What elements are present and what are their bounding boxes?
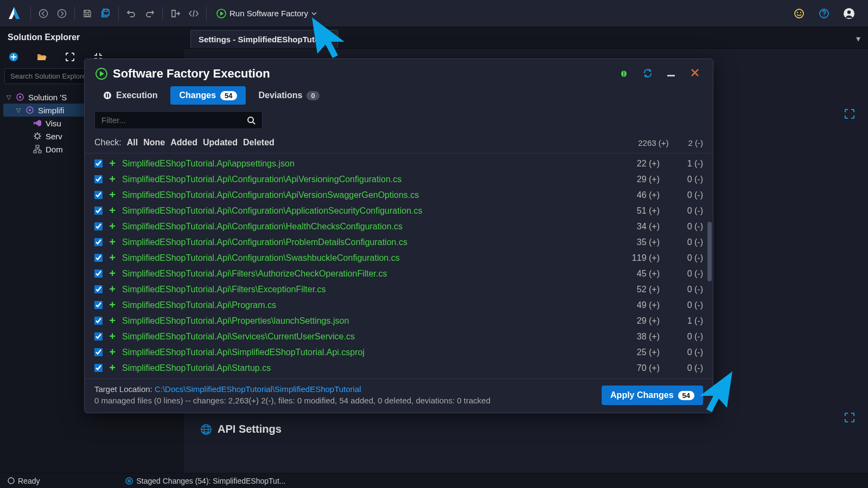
check-updated[interactable]: Updated [203,138,238,147]
file-checkbox[interactable] [94,364,103,372]
bug-icon[interactable] [618,68,630,80]
file-path[interactable]: SimplifiedEShopTutorial.Api\Properties\l… [122,316,349,326]
check-added[interactable]: Added [170,138,197,147]
minimize-icon[interactable] [666,68,678,80]
file-path[interactable]: SimplifiedEShopTutorial.Api\Configuratio… [122,222,403,232]
file-path[interactable]: SimplifiedEShopTutorial.Api\Configuratio… [122,237,407,247]
file-path[interactable]: SimplifiedEShopTutorial.Api\Services\Cur… [122,332,355,342]
file-checkbox[interactable] [94,191,103,199]
run-label: Run Software Factory [229,9,308,18]
changes-file-list: +SimplifiedEShopTutorial.Api\appsettings… [85,153,713,378]
file-path[interactable]: SimplifiedEShopTutorial.Api\SimplifiedES… [122,348,365,357]
expand-panel-icon[interactable] [844,412,858,426]
file-row[interactable]: +SimplifiedEShopTutorial.Api\Configurati… [85,203,713,219]
lines-added: 25 (+) [616,348,660,357]
file-path[interactable]: SimplifiedEShopTutorial.Api\Configuratio… [122,206,422,216]
file-row[interactable]: +SimplifiedEShopTutorial.Api\Startup.cs7… [85,360,713,376]
file-checkbox[interactable] [94,222,103,230]
added-icon: + [108,283,117,296]
file-checkbox[interactable] [94,285,103,293]
file-row[interactable]: +SimplifiedEShopTutorial.Api\Configurati… [85,187,713,203]
file-row[interactable]: +SimplifiedEShopTutorial.Api\Configurati… [85,219,713,234]
check-deleted[interactable]: Deleted [243,138,275,147]
svg-point-29 [8,478,14,484]
export-button[interactable] [166,4,184,23]
file-path[interactable]: SimplifiedEShopTutorial.Api\Filters\Auth… [122,269,387,279]
file-row[interactable]: +SimplifiedEShopTutorial.Api\Configurati… [85,234,713,250]
refresh-icon[interactable] [642,68,654,80]
file-checkbox[interactable] [94,317,103,325]
file-checkbox[interactable] [94,238,103,246]
check-all[interactable]: All [127,138,138,147]
account-icon[interactable] [840,4,858,23]
editor-tab[interactable]: Settings - SimplifiedEShopTuto × [190,30,338,48]
file-row[interactable]: +SimplifiedEShopTutorial.Api\SimplifiedE… [85,344,713,360]
code-button[interactable] [184,4,203,23]
scrollbar-thumb[interactable] [707,222,712,281]
feedback-icon[interactable] [790,4,808,23]
file-path[interactable]: SimplifiedEShopTutorial.Api\Program.cs [122,300,276,310]
close-tab-icon[interactable]: × [325,35,330,44]
vs-icon [33,118,42,128]
file-checkbox[interactable] [94,348,103,356]
nav-back-button[interactable] [34,4,53,23]
svg-point-16 [35,134,40,138]
filter-textbox[interactable] [101,115,247,125]
lines-deleted: 0 (-) [665,237,703,247]
file-checkbox[interactable] [94,175,103,183]
undo-button[interactable] [122,4,141,23]
file-checkbox[interactable] [94,301,103,309]
tab-overflow-button[interactable]: ▾ [848,29,868,48]
save-button[interactable] [78,4,97,23]
redo-button[interactable] [141,4,159,23]
help-icon[interactable] [815,4,833,23]
svg-rect-31 [128,479,129,483]
svg-point-13 [19,96,21,98]
status-staged[interactable]: Staged Changes (54): SimplifiedEShopTut.… [125,477,285,485]
added-icon: + [108,204,117,217]
file-checkbox[interactable] [94,159,103,168]
svg-point-1 [58,9,66,17]
filter-input[interactable] [94,111,263,129]
file-row[interactable]: +SimplifiedEShopTutorial.Api\Configurati… [85,250,713,266]
nav-forward-button[interactable] [53,4,71,23]
open-folder-button[interactable] [36,51,48,63]
file-path[interactable]: SimplifiedEShopTutorial.Api\appsettings.… [122,159,295,169]
apply-changes-button[interactable]: Apply Changes 54 [602,386,703,405]
check-none[interactable]: None [143,138,165,147]
file-checkbox[interactable] [94,332,103,341]
file-row[interactable]: +SimplifiedEShopTutorial.Api\Properties\… [85,313,713,329]
save-all-button[interactable] [97,4,115,23]
file-row[interactable]: +SimplifiedEShopTutorial.Api\Filters\Aut… [85,266,713,281]
file-path[interactable]: SimplifiedEShopTutorial.Api\Startup.cs [122,363,271,373]
file-row[interactable]: +SimplifiedEShopTutorial.Api\appsettings… [85,156,713,171]
file-checkbox[interactable] [94,207,103,215]
dialog-footer: Target Location: C:\Docs\SimplifiedEShop… [85,378,713,413]
run-software-factory-button[interactable]: Run Software Factory [213,7,320,21]
svg-point-30 [126,478,132,484]
file-path[interactable]: SimplifiedEShopTutorial.Api\Filters\Exce… [122,285,326,294]
file-path[interactable]: SimplifiedEShopTutorial.Api\Configuratio… [122,190,419,200]
expand-icon[interactable] [64,51,76,63]
target-path-link[interactable]: C:\Docs\SimplifiedEShopTutorial\Simplifi… [155,384,361,394]
file-checkbox[interactable] [94,254,103,262]
file-row[interactable]: +SimplifiedEShopTutorial.Api\Configurati… [85,171,713,187]
lines-added: 29 (+) [616,316,660,326]
tab-execution[interactable]: Execution [94,86,166,105]
changes-count-badge: 54 [220,91,237,100]
file-row[interactable]: +SimplifiedEShopTutorial.Api\Program.cs4… [85,297,713,313]
file-row[interactable]: +SimplifiedEShopTutorial.Api\Filters\Exc… [85,281,713,297]
svg-rect-24 [667,75,675,76]
tab-deviations[interactable]: Deviations 0 [250,86,328,105]
lines-deleted: 0 (-) [665,285,703,294]
file-row[interactable]: +SimplifiedEShopTutorial.Api\Services\Cu… [85,329,713,344]
chevron-down-icon: ▽ [15,107,22,114]
add-button[interactable] [8,51,20,63]
tab-changes[interactable]: Changes 54 [170,86,245,105]
project-icon [25,105,35,115]
expand-panel-icon[interactable] [844,108,858,123]
file-path[interactable]: SimplifiedEShopTutorial.Api\Configuratio… [122,175,401,184]
file-path[interactable]: SimplifiedEShopTutorial.Api\Configuratio… [122,253,400,263]
file-checkbox[interactable] [94,269,103,278]
close-icon[interactable] [690,68,702,80]
